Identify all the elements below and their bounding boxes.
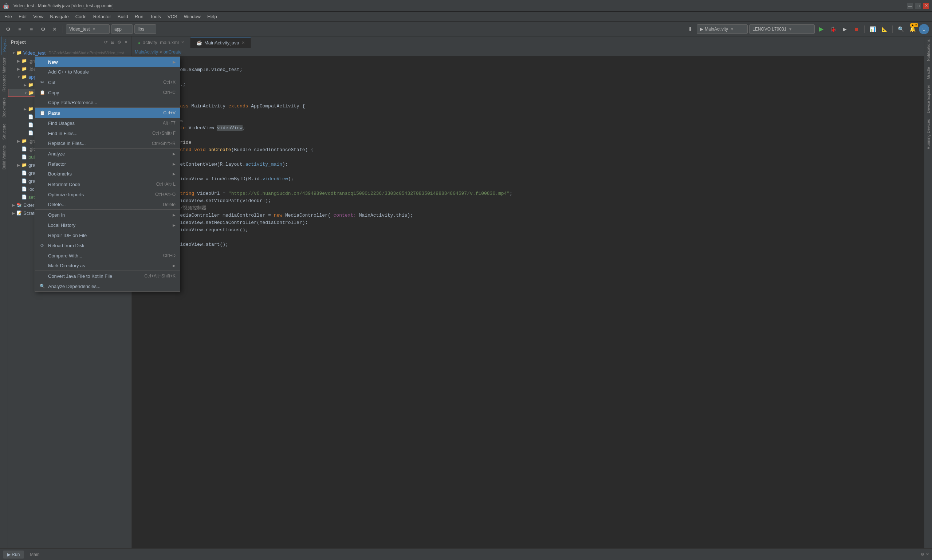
ctx-convert-kotlin[interactable]: Convert Java File to Kotlin File Ctrl+Al… — [35, 271, 180, 281]
notifications-panel-tab[interactable]: Notifications — [926, 36, 931, 64]
ctx-add-cpp[interactable]: Add C++ to Module — [35, 67, 180, 77]
close-toolbar-button[interactable]: ✕ — [49, 24, 60, 34]
ctx-replace-in-files[interactable]: Replace in Files... Ctrl+Shift+R — [35, 138, 180, 149]
ctx-find-usages[interactable]: Find Usages Alt+F7 — [35, 118, 180, 128]
menu-navigate[interactable]: Navigate — [47, 13, 71, 20]
code-body[interactable]: package com.example.video_test; import .… — [150, 56, 924, 548]
panel-collapse-icon[interactable]: ⊟ — [110, 39, 115, 46]
panel-header: Project ⟳ ⊟ ⚙ ✕ — [8, 36, 131, 48]
avatar-button[interactable]: U — [919, 24, 929, 34]
ctx-copy[interactable]: 📋 Copy Ctrl+C — [35, 88, 180, 98]
tab-activity-main-close[interactable]: ✕ — [181, 40, 184, 45]
ctx-open-in[interactable]: Open In ▶ — [35, 210, 180, 220]
vcs-update-button[interactable]: ⬇ — [685, 24, 695, 34]
ctx-new-label: New — [48, 59, 58, 65]
project-dropdown[interactable]: Video_test ▾ — [66, 25, 109, 34]
structure-tab[interactable]: Structure — [1, 120, 7, 143]
ctx-find-in-files-shortcut: Ctrl+Shift+F — [152, 131, 176, 136]
menu-vcs[interactable]: VCS — [165, 13, 180, 20]
menu-edit[interactable]: Edit — [15, 13, 29, 20]
tree-item-video-test[interactable]: ▾ 📁 Video_test D:\Code\AndroidStudioProj… — [8, 49, 131, 57]
maximize-button[interactable]: □ — [915, 3, 921, 9]
panel-close-icon[interactable]: ✕ — [123, 39, 129, 46]
build-variants-tab[interactable]: Build Variants — [1, 142, 7, 172]
menu-view[interactable]: View — [30, 13, 46, 20]
resource-manager-tab[interactable]: Resource Manager — [1, 55, 7, 95]
ctx-paste[interactable]: 📋 Paste Ctrl+V — [35, 108, 180, 118]
ctx-reformat-code[interactable]: Reformat Code Ctrl+Alt+L — [35, 179, 180, 189]
module-dropdown[interactable]: app — [111, 25, 133, 34]
tab-activity-main[interactable]: ⬥ activity_main.xml ✕ — [132, 37, 191, 48]
ctx-bookmarks[interactable]: Bookmarks ▶ — [35, 169, 180, 179]
device-dropdown[interactable]: LENOVO L79031 ▾ — [749, 25, 815, 34]
gradle-panel-tab[interactable]: Gradle — [926, 64, 931, 82]
ctx-analyze[interactable]: Analyze ▶ — [35, 149, 180, 159]
run-button[interactable]: ▶ — [816, 24, 826, 34]
menu-tools[interactable]: Tools — [147, 13, 164, 20]
close-button[interactable]: ✕ — [923, 3, 929, 9]
minimize-button[interactable]: — — [907, 3, 913, 9]
settings-button[interactable]: ⚙ — [38, 24, 48, 34]
ctx-copy-path[interactable]: Copy Path/Reference... — [35, 98, 180, 108]
panel-settings-icon[interactable]: ⚙ — [117, 39, 122, 46]
ctx-find-in-files-label: Find in Files... — [48, 131, 78, 136]
run-anything-button[interactable]: ≡ — [26, 24, 36, 34]
bottom-settings-icon[interactable]: ⚙ — [921, 552, 924, 557]
notifications-button[interactable]: 🔔 ▲ 2 — [907, 24, 917, 34]
ctx-cut[interactable]: ✂ Cut Ctrl+X — [35, 77, 180, 88]
bottom-close-icon[interactable]: ✕ — [926, 552, 929, 557]
tab-main-activity-close[interactable]: ✕ — [242, 40, 245, 45]
ctx-copy-shortcut: Ctrl+C — [163, 90, 176, 95]
debug-button[interactable]: 🐞 — [828, 24, 838, 34]
ctx-add-cpp-left: Add C++ to Module — [39, 69, 89, 75]
ctx-refactor[interactable]: Refactor ▶ — [35, 159, 180, 169]
toolbar-sep2 — [864, 26, 865, 33]
libs-dropdown[interactable]: libs — [134, 25, 156, 34]
breadcrumb-class[interactable]: MainActivity — [135, 49, 158, 55]
ctx-local-history[interactable]: Local History ▶ — [35, 220, 180, 230]
run-config-dropdown[interactable]: ▶ MainActivity ▾ — [697, 25, 748, 34]
breadcrumb-method[interactable]: onCreate — [163, 49, 181, 55]
profiler-button[interactable]: 📊 — [867, 24, 878, 34]
context-menu: New ▶ Add C++ to Module ✂ Cut Ctrl+X 📋 C… — [35, 57, 180, 292]
stop-button[interactable]: ⏹ — [851, 24, 861, 34]
coverage-button[interactable]: ▶ — [840, 24, 850, 34]
ctx-repair-ide[interactable]: Repair IDE on File — [35, 230, 180, 240]
main-tab[interactable]: Main — [26, 551, 44, 558]
project-panel-tab[interactable]: Project — [1, 36, 7, 55]
ctx-new[interactable]: New ▶ — [35, 57, 180, 67]
ctx-mark-directory[interactable]: Mark Directory as ▶ — [35, 261, 180, 271]
running-devices-tab[interactable]: Running Devices — [926, 116, 931, 152]
ctx-find-in-files[interactable]: Find in Files... Ctrl+Shift+F — [35, 128, 180, 138]
project-structure-button[interactable]: ⚙ — [3, 24, 13, 34]
menu-build[interactable]: Build — [115, 13, 131, 20]
ctx-copy-icon: 📋 — [39, 89, 45, 95]
panel-sync-icon[interactable]: ⟳ — [103, 39, 109, 46]
ctx-compare-with[interactable]: Compare With... Ctrl+D — [35, 251, 180, 261]
menu-window[interactable]: Window — [181, 13, 203, 20]
menu-refactor[interactable]: Refactor — [90, 13, 114, 20]
menu-code[interactable]: Code — [72, 13, 89, 20]
tree-arrow-build: ▶ — [23, 83, 28, 87]
ctx-convert-kotlin-left: Convert Java File to Kotlin File — [39, 273, 112, 279]
ctx-delete[interactable]: Delete... Delete — [35, 200, 180, 210]
ctx-mark-directory-label: Mark Directory as — [48, 263, 85, 268]
ctx-reload-from-disk[interactable]: ⟳ Reload from Disk — [35, 240, 180, 251]
sync-button[interactable]: ≡ — [15, 24, 25, 34]
ctx-convert-kotlin-label: Convert Java File to Kotlin File — [48, 274, 112, 279]
device-explorer-tab[interactable]: Device Explorer — [926, 82, 931, 116]
search-everywhere-button[interactable]: 🔍 — [896, 24, 906, 34]
menu-run[interactable]: Run — [132, 13, 146, 20]
tab-main-activity[interactable]: ☕ MainActivity.java ✕ — [191, 37, 251, 48]
ctx-optimize-imports-shortcut: Ctrl+Alt+O — [155, 192, 176, 197]
title-bar-left: 🤖 Video_test - MainActivity.java [Video_… — [3, 3, 114, 9]
ctx-optimize-imports[interactable]: Optimize Imports Ctrl+Alt+O — [35, 189, 180, 200]
ctx-mark-directory-left: Mark Directory as — [39, 263, 85, 269]
bottom-tabs: ▶ Run Main ⚙ ✕ — [0, 549, 932, 560]
menu-file[interactable]: File — [2, 13, 15, 20]
run-tab[interactable]: ▶ Run — [3, 551, 24, 558]
ctx-analyze-deps[interactable]: 🔍 Analyze Dependencies... — [35, 281, 180, 291]
bookmarks-tab[interactable]: Bookmarks — [1, 95, 7, 120]
menu-help[interactable]: Help — [204, 13, 220, 20]
layout-inspector-button[interactable]: 📐 — [879, 24, 889, 34]
